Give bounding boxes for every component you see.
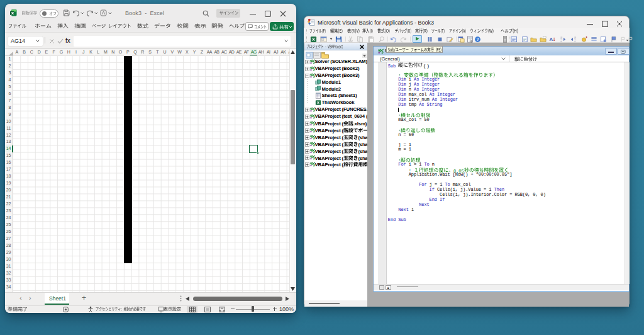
svg-text:?: ? xyxy=(476,37,479,41)
svg-text:A: A xyxy=(550,37,553,42)
